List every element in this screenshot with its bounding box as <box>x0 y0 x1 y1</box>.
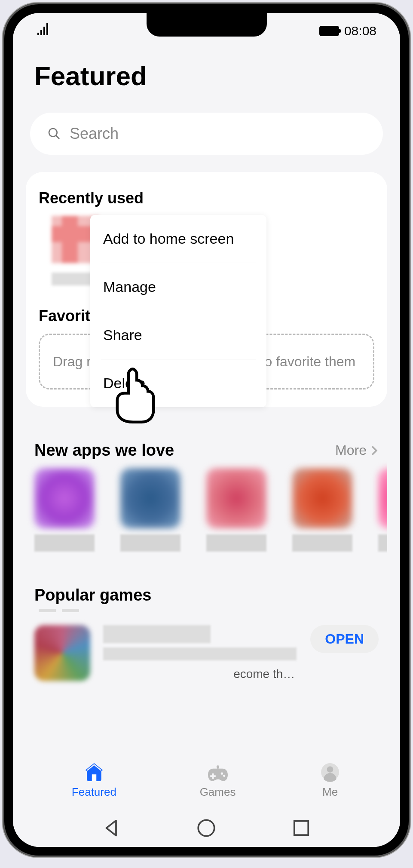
svg-rect-8 <box>210 775 216 777</box>
list-item[interactable] <box>120 468 180 552</box>
popular-title: Popular games <box>26 560 387 609</box>
home-button[interactable] <box>196 817 217 839</box>
svg-rect-2 <box>92 774 96 781</box>
battery-icon <box>319 26 339 36</box>
menu-manage[interactable]: Manage <box>101 263 256 311</box>
list-item[interactable] <box>34 468 95 552</box>
instant-apps-card: Recently used Favorites Drag re xxxxxxxx… <box>26 172 387 407</box>
svg-point-5 <box>220 773 223 775</box>
game-sub-placeholder <box>103 647 297 660</box>
game-title-placeholder <box>103 625 211 643</box>
nav-featured[interactable]: Featured <box>72 762 116 799</box>
new-apps-title: New apps we love <box>34 441 174 460</box>
back-button[interactable] <box>101 817 122 839</box>
user-icon <box>319 762 341 782</box>
nav-games[interactable]: Games <box>200 762 236 799</box>
more-button[interactable]: More <box>335 442 379 458</box>
popular-game-row[interactable]: ecome th… OPEN <box>26 621 387 685</box>
svg-line-1 <box>56 135 59 139</box>
svg-point-11 <box>199 820 215 836</box>
open-button[interactable]: OPEN <box>310 625 379 653</box>
search-placeholder: Search <box>70 125 119 143</box>
menu-share[interactable]: Share <box>101 311 256 359</box>
chevron-right-icon <box>370 445 379 456</box>
svg-rect-12 <box>294 821 309 835</box>
new-apps-row[interactable] <box>26 460 387 560</box>
game-desc: ecome th… <box>103 667 297 681</box>
svg-point-10 <box>327 766 333 773</box>
svg-rect-4 <box>217 767 218 769</box>
signal-icon <box>37 22 52 39</box>
recent-title: Recently used <box>39 189 374 207</box>
list-item[interactable] <box>378 468 387 552</box>
recent-button[interactable] <box>291 817 312 839</box>
game-icon <box>34 625 90 681</box>
pointer-icon <box>112 368 159 425</box>
svg-point-6 <box>223 775 225 777</box>
list-item[interactable] <box>292 468 352 552</box>
gamepad-icon <box>207 762 229 782</box>
popular-indicator <box>26 609 387 621</box>
nav-me[interactable]: Me <box>319 762 341 799</box>
bottom-nav: Featured Games <box>13 754 400 809</box>
page-title: Featured <box>26 43 387 113</box>
svg-point-0 <box>49 129 57 137</box>
home-icon <box>83 762 105 782</box>
list-item[interactable] <box>206 468 266 552</box>
menu-add-home[interactable]: Add to home screen <box>101 215 256 263</box>
system-nav <box>13 809 400 847</box>
search-input[interactable]: Search <box>30 113 383 155</box>
search-icon <box>47 127 61 141</box>
clock: 08:08 <box>344 24 376 38</box>
